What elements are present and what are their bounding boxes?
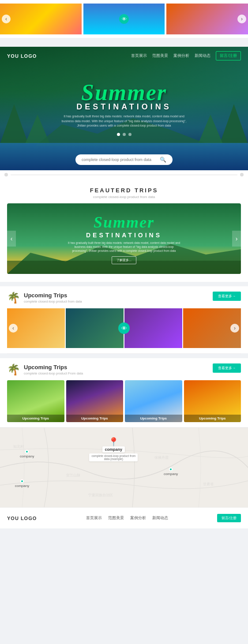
eye-center-icon: 👁 [118,322,130,334]
strip-img-3 [124,308,182,348]
trip-card-2-label: Upcoming Trips [66,415,124,422]
upcoming-trips-1-title: Upcoming Trips [24,292,82,299]
top-carousel: 👁 ‹ › [0,0,248,38]
map-pin-2-dot [169,468,173,471]
map-pin-3-label: company [15,484,29,488]
trip-card-3-label: Upcoming Trips [125,415,182,422]
map-pin-2-label: company [164,472,178,476]
palm-tree-icon: 🌴 [7,292,20,304]
upcoming-title-text-2: Upcoming Trips complete closed-loop prod… [24,364,83,375]
hero-title-wrap: Summer DESTINATIOINS It has gradually bu… [58,81,190,136]
trip-card-4-label: Upcoming Trips [184,415,241,422]
hero-dot-3[interactable] [128,133,132,136]
upcoming-title-wrap-2: 🌴 Upcoming Trips complete closed-loop pr… [7,363,83,376]
svg-text:宁夏回族自治区: 宁夏回族自治区 [88,493,113,497]
strip-next-button[interactable]: › [230,324,239,333]
svg-text:张掖丹霞: 张掖丹霞 [154,456,169,460]
nav-link-4[interactable]: 新闻动态 [195,53,210,59]
hero-logo: YOU LOGO [7,53,131,59]
carousel-img-1 [0,4,82,34]
featured-trips-section: FEAUTERD TRIPS complete closed-loop prod… [0,179,248,282]
featured-overlay: Summer DESTINATIOINS It has gradually bu… [7,203,241,274]
upcoming-trips-1-subtitle: complete closed-loop product from data [24,300,82,303]
footer-nav-link-2[interactable]: 范图美景 [108,515,124,521]
footer-cta-button[interactable]: 留言/注册 [217,514,241,522]
featured-description: It has gradually built three big data mo… [67,241,181,253]
carousel-img-2: 👁 [83,4,165,34]
featured-trips-title: FEAUTERD TRIPS [7,187,241,194]
map-pin-1-dot [25,450,29,453]
upcoming-trips-2-title: Upcoming Trips [24,364,83,371]
slider-dot-left [4,173,8,176]
map-main-pin-label: company [102,446,125,453]
hero-search-bar: 🔍 [75,154,173,165]
map-background: 知北村 贺兰山脉 张掖丹霞 甘肃省 宁夏回族自治区 company compan… [0,428,248,507]
footer-top: YOU LOGO 首页展示 范图美景 案例分析 新闻动态 留言/注册 [7,514,241,522]
svg-text:贺兰山脉: 贺兰山脉 [66,473,80,477]
upcoming-trips-2-more-button[interactable]: 查看更多→ [213,363,241,373]
nav-link-3[interactable]: 案例分析 [173,53,189,59]
hero-pagination-dots [58,133,190,136]
upcoming-trips-2-header: 🌴 Upcoming Trips complete closed-loop pr… [7,363,241,376]
upcoming-trips-1-header: 🌴 Upcoming Trips complete closed-loop pr… [7,292,241,304]
trip-card-1[interactable]: Upcoming Trips [7,380,64,422]
palm-tree-icon-2: 🌴 [7,363,20,376]
map-pin-1-label: company [20,454,34,458]
featured-carousel-next[interactable]: › [232,231,241,247]
featured-carousel: Summer DESTINATIOINS It has gradually bu… [7,203,241,274]
trip-card-2[interactable]: Upcoming Trips [66,380,124,422]
slider-track-line [11,175,237,175]
hero-nav: YOU LOGO 首页展示 范图美景 案例分析 新闻动态 留言/注册 [0,47,248,65]
footer: YOU LOGO 首页展示 范图美景 案例分析 新闻动态 留言/注册 [0,507,248,528]
hero-dot-1[interactable] [117,133,120,136]
upcoming-trips-section-2: 🌴 Upcoming Trips complete closed-loop pr… [0,358,248,427]
trip-card-4[interactable]: Upcoming Trips [184,380,241,422]
map-pin-2: company [164,468,178,476]
hero-section: YOU LOGO 首页展示 范图美景 案例分析 新闻动态 留言/注册 Summe… [0,47,248,170]
map-main-pin-icon: 📍 [108,438,119,446]
map-main-pin: 📍 company complete closed-loop product f… [89,438,138,461]
nav-link-2[interactable]: 范图美景 [152,53,168,59]
hero-dot-2[interactable] [123,133,126,136]
upcoming-trips-section-1: 🌴 Upcoming Trips complete closed-loop pr… [0,286,248,353]
featured-summer: Summer [94,213,154,232]
nav-link-1[interactable]: 首页展示 [131,53,147,59]
trip-card-1-label: Upcoming Trips [7,415,64,422]
carousel-next-button[interactable]: › [237,15,246,23]
featured-more-button[interactable]: 了解更多... [112,256,136,264]
slider-track [0,170,248,179]
hero-summer-title: Summer [58,81,190,104]
search-icon: 🔍 [160,157,166,163]
image-strip-carousel: 👁 ‹ › [7,308,241,348]
hero-search-input[interactable] [82,157,160,162]
upcoming-trips-2-subtitle: complete closed-loop product From data [24,371,83,375]
hero-nav-cta-button[interactable]: 留言/注册 [216,51,241,60]
svg-text:甘肃省: 甘肃省 [203,482,214,486]
map-pin-3-dot [20,479,24,483]
footer-logo: YOU LOGO [7,516,37,521]
map-pin-3: company [15,479,29,488]
featured-carousel-prev[interactable]: ‹ [7,231,16,247]
slider-dot-right [240,173,244,176]
map-main-pin-sublabel: complete closed-loop product from data (… [89,453,138,461]
strip-prev-button[interactable]: ‹ [9,324,18,333]
upcoming-trips-grid: Upcoming Trips Upcoming Trips Upcoming T… [7,380,241,422]
trip-card-3[interactable]: Upcoming Trips [125,380,182,422]
footer-nav-link-1[interactable]: 首页展示 [86,515,102,521]
hero-nav-links: 首页展示 范图美景 案例分析 新闻动态 留言/注册 [131,51,241,60]
svg-text:知北村: 知北村 [13,445,24,449]
upcoming-title-wrap-1: 🌴 Upcoming Trips complete closed-loop pr… [7,292,82,304]
footer-nav: 首页展示 范图美景 案例分析 新闻动态 [86,515,168,521]
hero-description: It has gradually built three big data mo… [58,114,190,128]
hero-destinations-title: DESTINATIOINS [58,102,190,112]
featured-trips-header: FEAUTERD TRIPS complete closed-loop prod… [7,187,241,199]
footer-nav-link-3[interactable]: 案例分析 [130,515,146,521]
map-section: 知北村 贺兰山脉 张掖丹霞 甘肃省 宁夏回族自治区 company compan… [0,427,248,507]
carousel-prev-button[interactable]: ‹ [2,15,11,23]
upcoming-title-text-1: Upcoming Trips complete closed-loop prod… [24,292,82,303]
map-pin-1: company [20,450,34,458]
featured-destinations: DESTINATIOINS [86,232,162,239]
upcoming-trips-1-more-button[interactable]: 查看更多→ [213,292,241,301]
footer-nav-link-4[interactable]: 新闻动态 [152,515,168,521]
featured-trips-subtitle: complete closed-loop product from data [7,195,241,199]
